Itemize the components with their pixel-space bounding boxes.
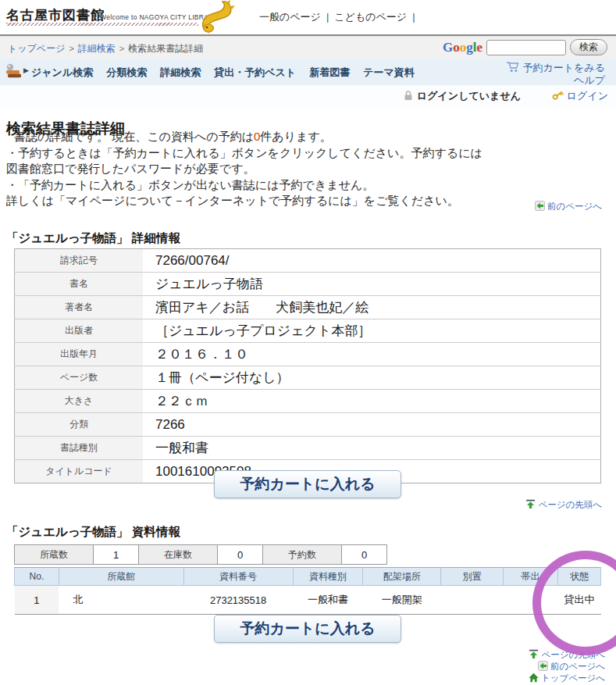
row-label: 大きさ	[15, 390, 144, 413]
prev-page-icon	[535, 201, 545, 212]
publisher-link[interactable]: ［ジュエルっ子プロジェクト本部］	[143, 319, 601, 343]
biblio-type-value: 一般和書	[143, 437, 601, 460]
intro-line-1: 書誌の詳細です。 現在、この資料への予約は0件あります。	[6, 129, 607, 145]
col-shelf-location: 配架場所	[363, 568, 441, 586]
breadcrumb-current: 検索結果書誌詳細	[128, 43, 203, 54]
login-link[interactable]: ログイン	[552, 89, 608, 103]
login-status: ログインしていません	[404, 89, 521, 103]
reserve-count-value: 0	[342, 545, 387, 565]
kids-page-link[interactable]: こどものページ	[334, 11, 407, 23]
row-label: 著者名	[15, 296, 144, 319]
login-bar: ログインしていません ログイン	[0, 85, 616, 106]
google-logo: Google	[443, 40, 482, 55]
cart-icon	[506, 61, 519, 75]
title-underline-decoration	[6, 23, 198, 26]
footer-page-top-label: ページの先頭へ	[541, 649, 605, 661]
detail-table: 請求記号7266/00764/ 書名ジュエルっ子物語 著者名濱田アキ／お話 犬飼…	[14, 248, 601, 483]
link-separator: |	[326, 11, 329, 23]
row-material-type: 一般和書	[293, 586, 363, 615]
add-to-cart-button-bottom[interactable]: 予約カートに入れる	[214, 615, 401, 643]
row-label: 書誌種別	[15, 437, 144, 460]
holdings-table: No. 所蔵館 資料番号 資料種別 配架場所 別置 帯出 状態 1 北 2732…	[14, 567, 601, 615]
google-search-input[interactable]	[486, 40, 566, 55]
books-icon	[5, 63, 23, 82]
col-material-no: 資料番号	[183, 568, 293, 586]
prev-page-icon	[538, 661, 548, 673]
intro-line-5: 詳しくは「マイページについて－インターネットで予約するには」をご覧ください。	[6, 193, 607, 209]
detail-section-heading: 「ジュエルっ子物語」 詳細情報	[6, 230, 180, 247]
table-row: 出版者［ジュエルっ子プロジェクト本部］	[15, 319, 601, 343]
row-label: ページ数	[15, 366, 144, 390]
breadcrumb-top-page[interactable]: トップページ	[8, 43, 65, 54]
classification-link[interactable]: 7266	[143, 413, 601, 437]
general-page-link[interactable]: 一般のページ	[259, 11, 321, 23]
call-number-link[interactable]: 7266/00764/	[143, 249, 601, 273]
table-row: 大きさ２２ｃｍ	[15, 390, 601, 413]
nav-detail-search[interactable]: 詳細検索	[160, 66, 201, 80]
row-no: 1	[15, 586, 59, 615]
add-to-cart-button[interactable]: 予約カートに入れる	[214, 470, 401, 498]
status-on-loan: 貸出中	[558, 586, 601, 615]
nav-loan-reserve-best[interactable]: 貸出・予約ベスト	[214, 66, 296, 80]
google-search: Google 検索	[443, 39, 607, 55]
nav-class-search[interactable]: 分類検索	[106, 66, 147, 80]
in-stock-label: 在庫数	[139, 545, 218, 565]
nav-links: ジャンル検索 分類検索 詳細検索 貸出・予約ベスト 新着図書 テーマ資料	[31, 66, 415, 80]
row-label: タイトルコード	[15, 460, 144, 483]
row-label: 書名	[15, 273, 144, 296]
page-top-link[interactable]: ページの先頭へ	[525, 499, 602, 511]
col-loanable: 帯出	[504, 568, 558, 586]
footer-page-top-link[interactable]: ページの先頭へ	[529, 649, 605, 661]
table-row: 出版年月２０１６．１０	[15, 343, 601, 366]
col-no: No.	[15, 568, 59, 586]
nav-new-books[interactable]: 新着図書	[309, 66, 350, 80]
row-separate	[441, 586, 504, 615]
nav-theme-materials[interactable]: テーマ資料	[363, 66, 415, 80]
audience-links: 一般のページ|こどものページ|	[259, 10, 421, 24]
table-row: 請求記号7266/00764/	[15, 249, 601, 273]
breadcrumb-detail-search[interactable]: 詳細検索	[78, 43, 116, 54]
site-header: 名古屋市図書館 Welcome to NAGOYA CITY LIBRARY 一…	[0, 0, 616, 36]
page-top-label: ページの先頭へ	[538, 499, 602, 511]
table-row: 著者名濱田アキ／お話 犬飼美也妃／絵	[15, 296, 601, 319]
nav-genre-search[interactable]: ジャンル検索	[31, 66, 93, 80]
key-icon	[552, 90, 564, 103]
footer-top-page-link[interactable]: トップページへ	[529, 673, 605, 684]
footer-top-page-label: トップページへ	[541, 673, 605, 684]
intro-line-4: ・「予約カートに入れる」ボタンが出ない書誌には予約できません。	[6, 177, 607, 194]
row-shelf-location: 一般開架	[363, 586, 441, 615]
footer-prev-page-link[interactable]: 前のページへ	[538, 661, 605, 673]
row-label: 出版者	[15, 319, 144, 343]
login-label: ログイン	[567, 89, 608, 103]
reserve-count-label: 予約数	[263, 545, 342, 565]
in-stock-value: 0	[218, 545, 263, 565]
col-library: 所蔵館	[59, 568, 183, 586]
footer-prev-page-label: 前のページへ	[550, 661, 605, 673]
link-separator: |	[412, 11, 415, 23]
material-number-link[interactable]: 2732135518	[183, 586, 293, 615]
holdings-data-row: 1 北 2732135518 一般和書 一般開架 貸出中	[15, 586, 601, 615]
shachihoko-logo-icon	[200, 0, 236, 37]
prev-page-link[interactable]: 前のページへ	[535, 201, 602, 212]
row-label: 分類	[15, 413, 144, 437]
holdings-summary-table: 所蔵数 1 在庫数 0 予約数 0	[14, 544, 387, 565]
login-status-text: ログインしていません	[417, 89, 521, 103]
row-label: 請求記号	[15, 249, 144, 273]
col-separate: 別置	[441, 568, 504, 586]
size-value: ２２ｃｍ	[143, 390, 601, 413]
prev-page-label: 前のページへ	[547, 201, 602, 212]
site-title: 名古屋市図書館	[6, 6, 105, 24]
page-top-icon	[529, 649, 539, 661]
book-title-value: ジュエルっ子物語	[143, 273, 601, 296]
breadcrumb-separator: >	[69, 44, 73, 53]
intro-line-2: ・予約するときは「予約カートに入れる」ボタンをクリックしてください。予約するには	[6, 145, 607, 162]
breadcrumb: トップページ>詳細検索>検索結果書誌詳細	[8, 42, 203, 55]
home-icon	[529, 673, 539, 684]
nav-caret-icon: ▶	[23, 66, 29, 74]
google-search-button[interactable]: 検索	[570, 39, 607, 55]
table-row: 分類7266	[15, 413, 601, 437]
pub-date-value: ２０１６．１０	[143, 343, 601, 366]
nav-bar: ▶ ジャンル検索 分類検索 詳細検索 貸出・予約ベスト 新着図書 テーマ資料 予…	[0, 59, 616, 85]
library-detail-page: 名古屋市図書館 Welcome to NAGOYA CITY LIBRARY 一…	[0, 0, 616, 685]
author-link[interactable]: 濱田アキ／お話 犬飼美也妃／絵	[143, 296, 601, 319]
